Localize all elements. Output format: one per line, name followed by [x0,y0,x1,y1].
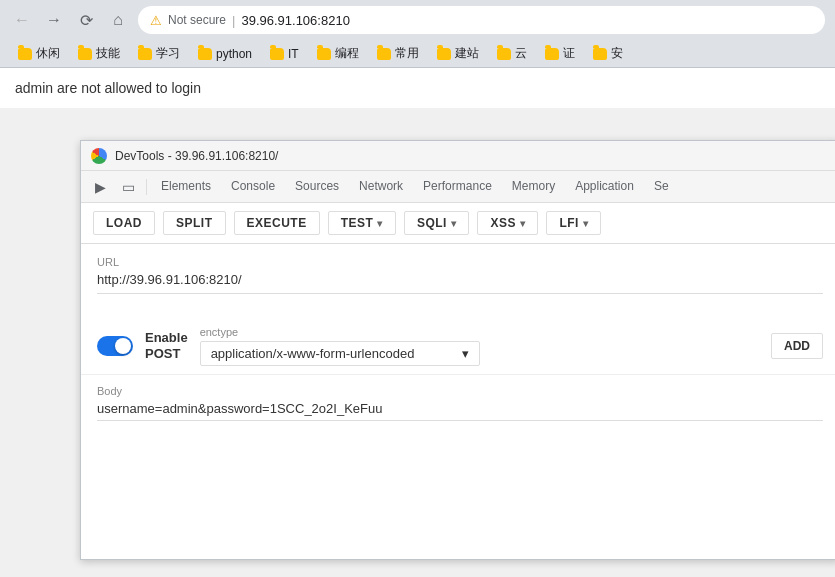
xss-dropdown-arrow: ▾ [520,218,526,229]
lfi-dropdown-arrow: ▾ [583,218,589,229]
bookmark-label: 建站 [455,45,479,62]
bookmark-item[interactable]: IT [262,45,307,63]
back-button[interactable]: ← [10,8,34,32]
body-section: Body username=admin&password=1SCC_2o2I_K… [81,375,835,431]
folder-icon [138,48,152,60]
enctype-label: enctype [200,326,759,338]
load-button[interactable]: LOAD [93,211,155,235]
enctype-dropdown-arrow: ▾ [462,346,469,361]
sqli-button[interactable]: SQLI ▾ [404,211,470,235]
bookmark-label: 编程 [335,45,359,62]
folder-icon [545,48,559,60]
tab-sources[interactable]: Sources [285,175,349,199]
bookmark-item[interactable]: 休闲 [10,43,68,64]
folder-icon [270,48,284,60]
forward-button[interactable]: → [42,8,66,32]
url-label: URL [97,256,823,268]
tab-separator [146,179,147,195]
test-button[interactable]: TEST ▾ [328,211,396,235]
bookmark-item[interactable]: 建站 [429,43,487,64]
device-icon[interactable]: ▭ [114,173,142,201]
toggle-section: EnablePOST enctype application/x-www-for… [81,318,835,375]
enctype-select[interactable]: application/x-www-form-urlencoded ▾ [200,341,480,366]
not-secure-label: Not secure [168,13,226,27]
body-label: Body [97,385,823,397]
lfi-button[interactable]: LFI ▾ [546,211,601,235]
bookmark-label: 证 [563,45,575,62]
bookmark-label: 安 [611,45,623,62]
test-dropdown-arrow: ▾ [377,218,383,229]
bookmark-label: python [216,47,252,61]
tab-security[interactable]: Se [644,175,679,199]
page-content: admin are not allowed to login [0,68,835,108]
url-display: 39.96.91.106:8210 [241,13,349,28]
home-button[interactable]: ⌂ [106,8,130,32]
address-bar[interactable]: ⚠ Not secure | 39.96.91.106:8210 [138,6,825,34]
browser-nav-bar: ← → ⟳ ⌂ ⚠ Not secure | 39.96.91.106:8210 [0,0,835,40]
folder-icon [198,48,212,60]
folder-icon [377,48,391,60]
bookmark-label: IT [288,47,299,61]
error-message: admin are not allowed to login [15,80,201,96]
bookmark-item[interactable]: 编程 [309,43,367,64]
tab-console[interactable]: Console [221,175,285,199]
body-value[interactable]: username=admin&password=1SCC_2o2I_KeFuu [97,401,823,421]
bookmark-item[interactable]: 云 [489,43,535,64]
bookmark-label: 云 [515,45,527,62]
bookmark-item[interactable]: python [190,45,260,63]
folder-icon [497,48,511,60]
tab-memory[interactable]: Memory [502,175,565,199]
folder-icon [18,48,32,60]
enable-post-label: EnablePOST [145,330,188,361]
folder-icon [317,48,331,60]
split-button[interactable]: SPLIT [163,211,226,235]
bookmark-item[interactable]: 证 [537,43,583,64]
tab-network[interactable]: Network [349,175,413,199]
devtools-title: DevTools - 39.96.91.106:8210/ [115,149,278,163]
enctype-section: enctype application/x-www-form-urlencode… [200,326,759,366]
bookmark-item[interactable]: 安 [585,43,631,64]
url-value[interactable]: http://39.96.91.106:8210/ [97,272,823,294]
folder-icon [78,48,92,60]
bookmark-item[interactable]: 技能 [70,43,128,64]
bookmark-item[interactable]: 学习 [130,43,188,64]
enctype-value: application/x-www-form-urlencoded [211,346,415,361]
tab-application[interactable]: Application [565,175,644,199]
separator: | [232,13,235,28]
execute-button[interactable]: EXECUTE [234,211,320,235]
tab-performance[interactable]: Performance [413,175,502,199]
devtools-title-bar: DevTools - 39.96.91.106:8210/ [81,141,835,171]
bookmark-label: 常用 [395,45,419,62]
reload-button[interactable]: ⟳ [74,8,98,32]
bookmark-label: 学习 [156,45,180,62]
bookmarks-bar: 休闲 技能 学习 python IT 编程 常用 建站 云 证 安 [0,40,835,68]
tab-elements[interactable]: Elements [151,175,221,199]
sqli-dropdown-arrow: ▾ [451,218,457,229]
devtools-panel: DevTools - 39.96.91.106:8210/ ▶ ▭ Elemen… [80,140,835,560]
folder-icon [437,48,451,60]
devtools-tab-bar: ▶ ▭ Elements Console Sources Network Per… [81,171,835,203]
folder-icon [593,48,607,60]
devtools-toolbar: LOAD SPLIT EXECUTE TEST ▾ SQLI ▾ XSS ▾ L… [81,203,835,244]
xss-button[interactable]: XSS ▾ [477,211,538,235]
url-section: URL http://39.96.91.106:8210/ [81,244,835,318]
bookmark-label: 休闲 [36,45,60,62]
devtools-body: LOAD SPLIT EXECUTE TEST ▾ SQLI ▾ XSS ▾ L… [81,203,835,559]
add-button[interactable]: ADD [771,333,823,359]
enable-post-toggle[interactable] [97,336,133,356]
bookmark-item[interactable]: 常用 [369,43,427,64]
warning-icon: ⚠ [150,13,162,28]
bookmark-label: 技能 [96,45,120,62]
inspect-icon[interactable]: ▶ [86,173,114,201]
chrome-logo [91,148,107,164]
